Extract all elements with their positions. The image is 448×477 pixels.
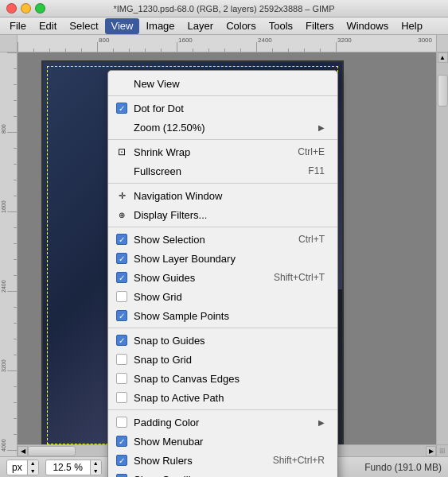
zoom-up-arrow[interactable]: ▲ xyxy=(91,460,101,467)
checkbox-checked-show-rulers: ✓ xyxy=(116,455,127,466)
scroll-up-arrow[interactable]: ▲ xyxy=(438,52,448,63)
checkbox-checked-show-scrollbars: ✓ xyxy=(116,474,127,477)
zoom-value: 12.5 % xyxy=(46,462,90,473)
menu-label-shrink-wrap: Shrink Wrap xyxy=(134,146,298,158)
menu-entry-navigation-window[interactable]: ✛Navigation Window xyxy=(108,186,337,205)
scroll-left-arrow[interactable]: ◀ xyxy=(18,446,28,456)
ruler-corner xyxy=(0,35,18,52)
menu-item-windows[interactable]: Windows xyxy=(340,18,395,34)
menu-separator xyxy=(108,95,337,96)
menu-label-snap-to-guides: Snap to Guides xyxy=(134,335,325,347)
titlebar: *IMG_1230.psd-68.0 (RGB, 2 layers) 2592x… xyxy=(0,0,448,17)
menu-entry-padding-color[interactable]: Padding Color▶ xyxy=(108,413,337,432)
menu-entry-zoom[interactable]: Zoom (12.50%)▶ xyxy=(108,118,337,137)
menu-entry-fullscreen[interactable]: FullscreenF11 xyxy=(108,161,337,180)
checkbox-checked-show-menubar: ✓ xyxy=(116,436,127,447)
checkbox-checked-show-guides: ✓ xyxy=(116,272,127,283)
menu-entry-dot-for-dot[interactable]: ✓Dot for Dot xyxy=(108,99,337,118)
menu-label-snap-to-canvas: Snap to Canvas Edges xyxy=(134,373,325,385)
menu-label-new-view: New View xyxy=(134,78,325,90)
menu-separator xyxy=(108,183,337,184)
checkbox-checked-snap-to-guides: ✓ xyxy=(116,335,127,346)
zoom-down-arrow[interactable]: ▼ xyxy=(91,467,101,475)
window-title: *IMG_1230.psd-68.0 (RGB, 2 layers) 2592x… xyxy=(113,4,334,14)
view-menu: New View✓Dot for DotZoom (12.50%)▶⊡Shrin… xyxy=(107,70,338,477)
menu-entry-show-scrollbars[interactable]: ✓Show Scrollbars xyxy=(108,470,337,477)
menu-item-tools[interactable]: Tools xyxy=(263,18,299,34)
shortcut-show-rulers: Shift+Ctrl+R xyxy=(273,455,325,466)
menu-item-filters[interactable]: Filters xyxy=(299,18,340,34)
unit-up-arrow[interactable]: ▲ xyxy=(28,460,38,467)
unit-down-arrow[interactable]: ▼ xyxy=(28,467,38,475)
checkbox-checked-dot-for-dot: ✓ xyxy=(116,103,127,114)
checkbox-area-padding-color xyxy=(115,415,129,429)
menu-separator xyxy=(108,227,337,227)
menu-label-show-selection: Show Selection xyxy=(134,234,298,246)
traffic-lights xyxy=(6,3,45,14)
shortcut-fullscreen: F11 xyxy=(308,165,325,176)
menu-item-view[interactable]: View xyxy=(105,18,140,34)
menu-entry-snap-to-guides[interactable]: ✓Snap to Guides xyxy=(108,331,337,350)
menu-entry-shrink-wrap[interactable]: ⊡Shrink WrapCtrl+E xyxy=(108,142,337,161)
checkbox-area-show-rulers: ✓ xyxy=(115,453,129,467)
menu-label-dot-for-dot: Dot for Dot xyxy=(134,103,325,114)
checkbox-area-new-view xyxy=(115,76,129,91)
menu-entry-show-menubar[interactable]: ✓Show Menubar xyxy=(108,432,337,451)
menu-entry-show-sample-points[interactable]: ✓Show Sample Points xyxy=(108,306,337,325)
menu-item-layer[interactable]: Layer xyxy=(181,18,220,34)
menu-item-file[interactable]: File xyxy=(3,18,33,34)
menu-item-edit[interactable]: Edit xyxy=(33,18,63,34)
checkbox-area-show-layer-boundary: ✓ xyxy=(115,251,129,266)
scroll-thumb-horizontal[interactable] xyxy=(28,446,76,456)
menu-entry-show-guides[interactable]: ✓Show GuidesShift+Ctrl+T xyxy=(108,268,337,287)
close-button[interactable] xyxy=(6,3,17,14)
menu-label-zoom: Zoom (12.50%) xyxy=(134,122,314,134)
checkbox-area-zoom xyxy=(115,120,129,134)
menu-label-show-rulers: Show Rulers xyxy=(134,455,273,467)
menu-entry-snap-to-active-path[interactable]: Snap to Active Path xyxy=(108,388,337,407)
checkbox-area-show-selection: ✓ xyxy=(115,232,129,246)
scrollbar-vertical[interactable]: ▲ ▼ xyxy=(436,52,448,456)
scroll-right-arrow[interactable]: ▶ xyxy=(426,446,436,456)
menu-entry-snap-to-canvas[interactable]: Snap to Canvas Edges xyxy=(108,369,337,388)
menu-item-help[interactable]: Help xyxy=(395,18,429,34)
resize-corner: ⊞ xyxy=(436,444,448,456)
main-area: 8001600240032003000 8001600240032004000 … xyxy=(0,35,448,456)
maximize-button[interactable] xyxy=(35,3,45,14)
minimize-button[interactable] xyxy=(21,3,31,14)
menu-entry-display-filters[interactable]: ⊕Display Filters... xyxy=(108,205,337,224)
checkbox-area-show-grid xyxy=(115,289,129,304)
checkbox-area-show-guides: ✓ xyxy=(115,270,129,285)
zoom-selector[interactable]: 12.5 % ▲ ▼ xyxy=(45,460,102,475)
shortcut-shrink-wrap: Ctrl+E xyxy=(298,146,325,157)
shortcut-show-guides: Shift+Ctrl+T xyxy=(274,272,325,283)
unit-selector[interactable]: px ▲ ▼ xyxy=(6,460,39,475)
checkbox-area-show-menubar: ✓ xyxy=(115,434,129,448)
checkbox-area-dot-for-dot: ✓ xyxy=(115,101,129,115)
menu-entry-show-grid[interactable]: Show Grid xyxy=(108,287,337,306)
checkbox-unchecked-snap-to-grid xyxy=(116,354,127,365)
checkbox-checked-show-sample-points: ✓ xyxy=(116,310,127,321)
menu-label-navigation-window: Navigation Window xyxy=(134,190,325,202)
menu-entry-snap-to-grid[interactable]: Snap to Grid xyxy=(108,350,337,369)
menu-item-image[interactable]: Image xyxy=(139,18,181,34)
menu-item-select[interactable]: Select xyxy=(63,18,104,34)
scroll-thumb-vertical[interactable] xyxy=(438,75,448,107)
checkbox-area-navigation-window: ✛ xyxy=(115,188,129,203)
menu-entry-new-view[interactable]: New View xyxy=(108,74,337,93)
menu-entry-show-selection[interactable]: ✓Show SelectionCtrl+T xyxy=(108,230,337,249)
zoom-arrows[interactable]: ▲ ▼ xyxy=(90,460,101,475)
submenu-arrow-padding-color: ▶ xyxy=(318,418,325,427)
menu-label-show-grid: Show Grid xyxy=(134,291,325,303)
checkbox-checked-show-layer-boundary: ✓ xyxy=(116,253,127,264)
menu-entry-show-layer-boundary[interactable]: ✓Show Layer Boundary xyxy=(108,249,337,268)
checkbox-area-snap-to-grid xyxy=(115,352,129,366)
checkbox-area-snap-to-active-path xyxy=(115,390,129,405)
unit-arrows[interactable]: ▲ ▼ xyxy=(27,460,38,475)
menu-separator xyxy=(108,328,337,328)
menu-entry-show-rulers[interactable]: ✓Show RulersShift+Ctrl+R xyxy=(108,451,337,470)
menu-label-snap-to-active-path: Snap to Active Path xyxy=(134,392,325,404)
menu-separator xyxy=(108,139,337,140)
menu-label-fullscreen: Fullscreen xyxy=(134,165,308,177)
menu-item-colors[interactable]: Colors xyxy=(220,18,263,34)
